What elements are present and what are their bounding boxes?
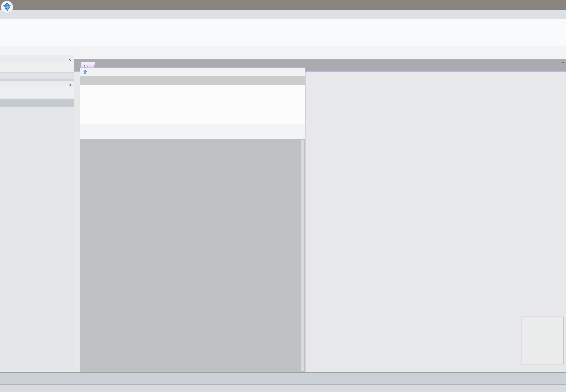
tabbar-menu-arrow-icon[interactable]: ▾	[562, 61, 564, 64]
autogenerator-icon	[83, 70, 87, 75]
autogenerator-tabs	[80, 76, 305, 85]
ribbon-tab-row	[0, 10, 566, 19]
autogenerator-toolbar	[80, 124, 305, 139]
minimize-button[interactable]	[527, 0, 540, 9]
maximize-button[interactable]	[540, 0, 553, 9]
panel-splitter[interactable]	[0, 79, 74, 81]
status-bar	[0, 384, 566, 392]
app-logo-icon[interactable]	[1, 1, 13, 13]
autogenerator-title-bar[interactable]	[80, 68, 305, 76]
close-button[interactable]	[553, 0, 566, 9]
autogenerator-window	[80, 68, 305, 372]
left-panel-column: ⊥ ✕ ⊥ ✕	[0, 55, 74, 372]
properties-toolbar	[0, 62, 74, 73]
node-canvas[interactable]	[82, 140, 301, 371]
ribbon	[0, 19, 566, 46]
autogenerator-ribbon	[80, 85, 305, 124]
property-description	[0, 73, 74, 79]
title-bar	[0, 0, 566, 10]
structure-panel-header: ⊥ ✕	[0, 81, 74, 87]
projections-panel	[522, 317, 564, 364]
canvas-vscrollbar[interactable]	[301, 140, 304, 371]
properties-panel-header: ⊥ ✕	[0, 55, 74, 62]
panel-tabs	[0, 99, 74, 107]
toolbar-strip	[0, 46, 566, 59]
bottom-toolbar	[0, 372, 566, 384]
structure-toolbar	[0, 87, 74, 98]
